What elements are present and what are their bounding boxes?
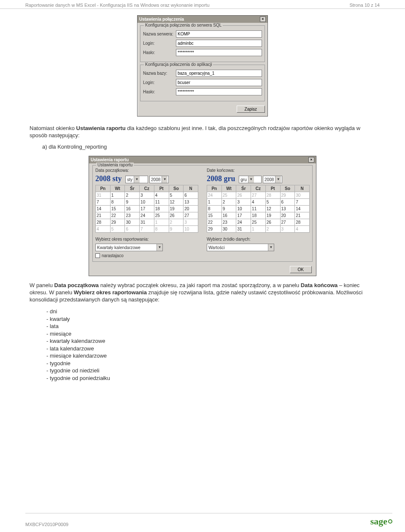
calendar-day-cell[interactable]: 20 bbox=[280, 212, 295, 219]
calendar-day-cell[interactable]: 1 bbox=[207, 199, 222, 206]
calendar-day-cell[interactable]: 15 bbox=[110, 206, 125, 212]
calendar-day-cell[interactable]: 1 bbox=[154, 219, 169, 226]
calendar-day-cell[interactable]: 2 bbox=[169, 219, 184, 226]
calendar-day-cell[interactable]: 22 bbox=[207, 219, 222, 226]
dialog-titlebar[interactable]: Ustawienia połączenia × bbox=[138, 16, 267, 23]
calendar-day-cell[interactable]: 29 bbox=[280, 192, 295, 199]
calendar-day-cell[interactable]: 26 bbox=[265, 219, 280, 226]
calendar-day-cell[interactable]: 8 bbox=[207, 206, 222, 212]
calendar-day-cell[interactable]: 10 bbox=[184, 226, 198, 233]
calendar-day-cell[interactable]: 4 bbox=[295, 226, 310, 233]
calendar-day-cell[interactable]: 16 bbox=[221, 212, 236, 219]
calendar-day-cell[interactable]: 2 bbox=[265, 226, 280, 233]
calendar-day-cell[interactable]: 8 bbox=[154, 226, 169, 233]
sql-password-input[interactable] bbox=[176, 49, 262, 56]
calendar-day-cell[interactable]: 9 bbox=[169, 226, 184, 233]
calendar-day-cell[interactable]: 12 bbox=[169, 199, 184, 206]
start-month-combo[interactable]: sty▼ bbox=[125, 176, 148, 183]
calendar-day-cell[interactable]: 2 bbox=[221, 199, 236, 206]
sql-login-input[interactable] bbox=[176, 40, 262, 47]
calendar-day-cell[interactable]: 30 bbox=[125, 219, 140, 226]
calendar-day-cell[interactable]: 17 bbox=[236, 212, 251, 219]
calendar-day-cell[interactable]: 16 bbox=[125, 206, 140, 212]
calendar-day-cell[interactable]: 14 bbox=[295, 206, 310, 212]
calendar-day-cell[interactable]: 9 bbox=[125, 199, 140, 206]
calendar-day-cell[interactable]: 26 bbox=[236, 192, 251, 199]
calendar-day-cell[interactable]: 29 bbox=[110, 219, 125, 226]
calendar-day-cell[interactable]: 5 bbox=[265, 199, 280, 206]
close-icon[interactable]: × bbox=[260, 16, 266, 22]
close-icon[interactable]: × bbox=[308, 157, 314, 163]
calendar-day-cell[interactable]: 4 bbox=[251, 199, 266, 206]
app-password-input[interactable] bbox=[176, 88, 262, 95]
calendar-day-cell[interactable]: 23 bbox=[221, 219, 236, 226]
calendar-day-cell[interactable]: 25 bbox=[251, 219, 266, 226]
calendar-day-cell[interactable]: 1 bbox=[110, 192, 125, 199]
calendar-day-cell[interactable]: 15 bbox=[207, 212, 222, 219]
calendar-day-cell[interactable]: 21 bbox=[96, 212, 111, 219]
calendar-day-cell[interactable]: 27 bbox=[184, 212, 198, 219]
calendar-day-cell[interactable]: 4 bbox=[154, 192, 169, 199]
calendar-day-cell[interactable]: 12 bbox=[265, 206, 280, 212]
calendar-day-cell[interactable]: 10 bbox=[140, 199, 154, 206]
calendar-day-cell[interactable]: 10 bbox=[236, 206, 251, 212]
calendar-day-cell[interactable]: 5 bbox=[110, 226, 125, 233]
calendar-day-cell[interactable]: 7 bbox=[96, 199, 111, 206]
calendar-day-cell[interactable]: 9 bbox=[221, 206, 236, 212]
calendar-day-cell[interactable]: 13 bbox=[280, 206, 295, 212]
calendar-day-cell[interactable]: 3 bbox=[236, 199, 251, 206]
calendar-day-cell[interactable]: 14 bbox=[96, 206, 111, 212]
data-source-combo[interactable]: Wartości▼ bbox=[207, 244, 274, 251]
calendar-day-cell[interactable]: 28 bbox=[265, 192, 280, 199]
start-calendar[interactable]: PnWtŚrCzPtSoN311234567891011121314151617… bbox=[95, 185, 198, 233]
calendar-day-cell[interactable]: 6 bbox=[280, 199, 295, 206]
server-input[interactable] bbox=[176, 30, 262, 38]
calendar-day-cell[interactable]: 22 bbox=[110, 212, 125, 219]
end-year-combo[interactable]: 2008▼ bbox=[263, 176, 282, 183]
calendar-day-cell[interactable]: 6 bbox=[125, 226, 140, 233]
calendar-day-cell[interactable]: 3 bbox=[184, 219, 198, 226]
calendar-day-cell[interactable]: 11 bbox=[251, 206, 266, 212]
calendar-day-cell[interactable]: 4 bbox=[96, 226, 111, 233]
calendar-day-cell[interactable]: 19 bbox=[265, 212, 280, 219]
calendar-day-cell[interactable]: 27 bbox=[251, 192, 266, 199]
calendar-day-cell[interactable]: 28 bbox=[96, 219, 111, 226]
app-login-input[interactable] bbox=[176, 79, 262, 86]
start-year-combo[interactable]: 2008▼ bbox=[149, 176, 169, 183]
save-button[interactable]: Zapisz bbox=[237, 106, 265, 113]
calendar-day-cell[interactable]: 18 bbox=[251, 212, 266, 219]
calendar-day-cell[interactable]: 2 bbox=[125, 192, 140, 199]
calendar-day-cell[interactable]: 29 bbox=[207, 226, 222, 233]
calendar-day-cell[interactable]: 13 bbox=[184, 199, 198, 206]
db-input[interactable] bbox=[176, 70, 262, 77]
calendar-day-cell[interactable]: 17 bbox=[140, 206, 154, 212]
calendar-day-cell[interactable]: 25 bbox=[154, 212, 169, 219]
end-calendar[interactable]: PnWtŚrCzPtSoN242526272829301234567891011… bbox=[207, 185, 310, 233]
reporting-period-combo[interactable]: Kwartały kalendarzowe▼ bbox=[95, 244, 163, 251]
calendar-day-cell[interactable]: 7 bbox=[140, 226, 154, 233]
calendar-day-cell[interactable]: 23 bbox=[125, 212, 140, 219]
calendar-day-cell[interactable]: 24 bbox=[140, 212, 154, 219]
calendar-day-cell[interactable]: 20 bbox=[184, 206, 198, 212]
end-month-combo[interactable]: gru▼ bbox=[239, 176, 262, 183]
calendar-day-cell[interactable]: 31 bbox=[236, 226, 251, 233]
calendar-day-cell[interactable]: 1 bbox=[251, 226, 266, 233]
calendar-day-cell[interactable]: 26 bbox=[169, 212, 184, 219]
calendar-day-cell[interactable]: 27 bbox=[280, 219, 295, 226]
calendar-day-cell[interactable]: 21 bbox=[295, 212, 310, 219]
calendar-day-cell[interactable]: 30 bbox=[295, 192, 310, 199]
calendar-day-cell[interactable]: 30 bbox=[221, 226, 236, 233]
calendar-day-cell[interactable]: 25 bbox=[221, 192, 236, 199]
calendar-day-cell[interactable]: 31 bbox=[96, 192, 111, 199]
calendar-day-cell[interactable]: 31 bbox=[140, 219, 154, 226]
calendar-day-cell[interactable]: 24 bbox=[236, 219, 251, 226]
calendar-day-cell[interactable]: 11 bbox=[154, 199, 169, 206]
calendar-day-cell[interactable]: 24 bbox=[207, 192, 222, 199]
cumulative-checkbox[interactable]: narastajaco bbox=[95, 253, 198, 258]
calendar-day-cell[interactable]: 5 bbox=[169, 192, 184, 199]
calendar-day-cell[interactable]: 3 bbox=[140, 192, 154, 199]
calendar-day-cell[interactable]: 28 bbox=[295, 219, 310, 226]
calendar-day-cell[interactable]: 8 bbox=[110, 199, 125, 206]
calendar-day-cell[interactable]: 7 bbox=[295, 199, 310, 206]
calendar-day-cell[interactable]: 19 bbox=[169, 206, 184, 212]
